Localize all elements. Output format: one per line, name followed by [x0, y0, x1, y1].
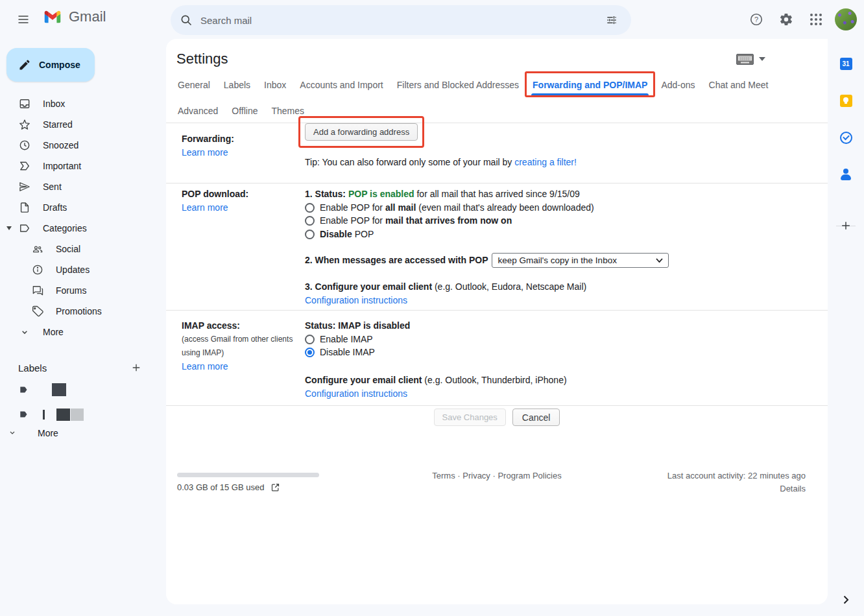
pop-option-all-mail[interactable]: Enable POP for all mail (even mail that'…: [305, 201, 815, 215]
compose-button[interactable]: Compose: [6, 48, 95, 82]
pop-option-from-now-on[interactable]: Enable POP for mail that arrives from no…: [305, 215, 815, 228]
add-forwarding-address-button[interactable]: Add a forwarding address: [305, 123, 418, 141]
tab-filters-and-blocked-addresses[interactable]: Filters and Blocked Addresses: [396, 74, 520, 97]
redacted-label-text: [71, 409, 84, 421]
forwarding-learn-more-link[interactable]: Learn more: [182, 146, 228, 160]
user-label-row-1[interactable]: [0, 379, 161, 400]
create-label-icon[interactable]: [126, 357, 147, 378]
collapse-caret-icon[interactable]: [6, 226, 12, 230]
imap-learn-more-link[interactable]: Learn more: [182, 360, 228, 373]
calendar-icon[interactable]: 31: [833, 51, 859, 77]
labels-more-label: More: [38, 428, 58, 438]
sidebar-item-snoozed[interactable]: Snoozed: [0, 135, 161, 156]
radio-checked-icon[interactable]: [305, 348, 315, 357]
status-prefix: 1. Status:: [305, 189, 348, 199]
radio-unchecked-icon[interactable]: [305, 230, 315, 239]
radio-unchecked-icon[interactable]: [305, 203, 315, 213]
separator: ·: [490, 471, 498, 480]
imap-option-enable[interactable]: Enable IMAP: [305, 333, 815, 346]
tab-accounts-and-import[interactable]: Accounts and Import: [298, 74, 384, 97]
labels-more[interactable]: More: [0, 423, 161, 444]
imap-sublabel: (access Gmail from other clients: [182, 333, 305, 346]
when-accessed-label: 2. When messages are accessed with POP: [305, 254, 488, 267]
pop-option-disable[interactable]: Disable POP: [305, 228, 815, 241]
tasks-icon[interactable]: [833, 124, 859, 150]
folder-nav: Inbox Starred Snoozed Important Sent Dra…: [0, 93, 161, 342]
brand-name: Gmail: [69, 8, 106, 25]
tab-labels[interactable]: Labels: [222, 74, 252, 97]
hide-side-panel-icon[interactable]: [833, 587, 859, 613]
pop-learn-more-link[interactable]: Learn more: [182, 201, 228, 215]
settings-panel: Settings General Labels Inbox Accounts a…: [166, 39, 828, 604]
program-policies-link[interactable]: Program Policies: [498, 471, 561, 480]
cancel-button[interactable]: Cancel: [512, 409, 560, 426]
pop-configure-line: 3. Configure your email client (e.g. Out…: [305, 280, 815, 294]
radio-unchecked-icon[interactable]: [305, 216, 315, 226]
creating-a-filter-link[interactable]: creating a filter!: [514, 156, 577, 169]
tab-chat-and-meet[interactable]: Chat and Meet: [708, 74, 770, 97]
sidebar-item-inbox[interactable]: Inbox: [0, 93, 161, 114]
tab-offline[interactable]: Offline: [230, 100, 259, 123]
gmail-logo[interactable]: Gmail: [42, 8, 106, 26]
sidebar-item-sent[interactable]: Sent: [0, 176, 161, 197]
sidebar-item-label: Important: [43, 161, 81, 171]
radio-unchecked-icon[interactable]: [305, 335, 315, 344]
search-input[interactable]: Search mail: [200, 15, 599, 26]
input-tools-toggle[interactable]: [736, 54, 765, 65]
search-bar[interactable]: Search mail: [171, 5, 631, 35]
sidebar-item-updates[interactable]: Updates: [0, 259, 161, 280]
imap-configuration-instructions-link[interactable]: Configuration instructions: [305, 387, 407, 401]
keep-icon[interactable]: [833, 88, 859, 113]
tab-forwarding-and-pop-imap[interactable]: Forwarding and POP/IMAP: [531, 74, 649, 97]
privacy-link[interactable]: Privacy: [462, 471, 490, 480]
settings-gear-icon[interactable]: [773, 6, 799, 32]
tab-inbox[interactable]: Inbox: [263, 74, 287, 97]
account-avatar[interactable]: [833, 6, 859, 32]
sidebar-item-starred[interactable]: Starred: [0, 114, 161, 135]
separator: ·: [455, 471, 463, 480]
tab-general[interactable]: General: [176, 74, 211, 97]
activity-details-link[interactable]: Details: [780, 484, 806, 493]
tab-add-ons[interactable]: Add-ons: [660, 74, 696, 97]
settings-tabs-row-1: General Labels Inbox Accounts and Import…: [176, 74, 821, 97]
sidebar-item-promotions[interactable]: Promotions: [0, 301, 161, 322]
sidebar-item-label: Promotions: [56, 306, 102, 316]
option-text: Enable IMAP: [320, 333, 373, 346]
user-label-row-2[interactable]: [0, 404, 161, 425]
configure-examples: (e.g. Outlook, Eudora, Netscape Mail): [432, 281, 586, 292]
main-menu-icon[interactable]: [9, 5, 38, 34]
tab-advanced[interactable]: Advanced: [176, 100, 219, 123]
save-changes-button[interactable]: Save Changes: [434, 409, 506, 426]
topbar-actions: ?: [743, 6, 859, 32]
terms-link[interactable]: Terms: [432, 471, 455, 480]
sidebar-item-forums[interactable]: Forums: [0, 280, 161, 301]
google-apps-icon[interactable]: [803, 6, 829, 32]
sidebar-item-social[interactable]: Social: [0, 239, 161, 259]
help-icon[interactable]: ?: [743, 6, 769, 32]
chevron-down-icon: [759, 57, 765, 61]
section-divider: [166, 183, 828, 184]
pop-configuration-instructions-link[interactable]: Configuration instructions: [305, 294, 407, 307]
sidebar-item-drafts[interactable]: Drafts: [0, 197, 161, 218]
open-in-new-icon[interactable]: [270, 482, 280, 492]
configure-examples: (e.g. Outlook, Thunderbird, iPhone): [422, 375, 566, 385]
sidebar-item-important[interactable]: Important: [0, 156, 161, 176]
tag-icon: [31, 305, 44, 318]
sidebar-item-label: Sent: [43, 182, 62, 192]
get-add-ons-icon[interactable]: [833, 213, 859, 239]
chevron-down-icon: [6, 427, 19, 440]
search-icon[interactable]: [180, 14, 193, 27]
inbox-icon: [18, 97, 31, 110]
gmail-logo-icon: [42, 8, 64, 26]
sidebar-item-more[interactable]: More: [0, 322, 161, 342]
chevron-down-icon: [18, 326, 31, 338]
pop-download-section: POP download: Learn more 1. Status: POP …: [182, 187, 815, 307]
contacts-icon[interactable]: [833, 161, 859, 187]
search-options-icon[interactable]: [599, 7, 625, 33]
pencil-icon: [18, 58, 31, 71]
label-fill-icon: [18, 408, 31, 421]
pop-action-select[interactable]: keep Gmail's copy in the Inbox: [492, 253, 669, 268]
sidebar-item-categories[interactable]: Categories: [0, 218, 161, 239]
imap-option-disable[interactable]: Disable IMAP: [305, 346, 815, 360]
sidebar-item-label: Inbox: [43, 99, 65, 109]
